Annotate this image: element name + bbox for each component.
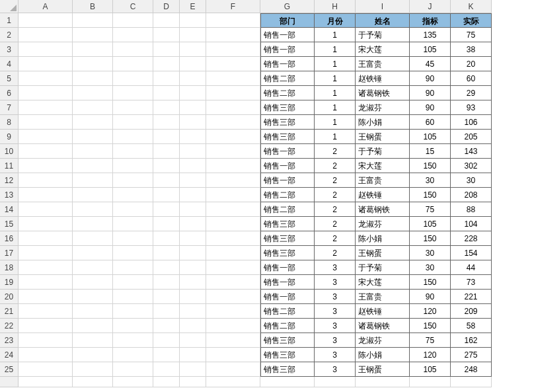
cell-empty[interactable] bbox=[73, 130, 113, 144]
table-cell[interactable]: 29 bbox=[451, 86, 492, 100]
cell-empty[interactable] bbox=[206, 28, 260, 42]
cell-empty[interactable] bbox=[180, 188, 206, 202]
cell-empty[interactable] bbox=[180, 333, 206, 348]
table-cell[interactable]: 诸葛钢铁 bbox=[356, 202, 410, 217]
row-header[interactable]: 15 bbox=[0, 217, 19, 231]
table-cell[interactable]: 2 bbox=[315, 217, 356, 231]
table-cell[interactable]: 陈小娟 bbox=[356, 231, 410, 246]
table-cell[interactable]: 于予菊 bbox=[356, 144, 410, 159]
cell-empty[interactable] bbox=[206, 319, 260, 333]
cell-empty[interactable] bbox=[180, 348, 206, 362]
table-header-actual[interactable]: 实际 bbox=[451, 13, 492, 28]
cell-empty[interactable] bbox=[73, 231, 113, 246]
table-cell[interactable]: 75 bbox=[410, 333, 451, 348]
table-cell[interactable]: 销售一部 bbox=[260, 290, 315, 304]
table-cell[interactable]: 104 bbox=[451, 217, 492, 231]
cell-empty[interactable] bbox=[73, 202, 113, 217]
cell-empty[interactable] bbox=[113, 246, 153, 260]
table-cell[interactable]: 于予菊 bbox=[356, 28, 410, 42]
cell-empty[interactable] bbox=[19, 28, 73, 42]
table-cell[interactable]: 销售三部 bbox=[260, 100, 315, 115]
table-cell[interactable]: 赵铁锤 bbox=[356, 71, 410, 86]
cell-empty[interactable] bbox=[19, 246, 73, 260]
cell-empty[interactable] bbox=[113, 290, 153, 304]
table-cell[interactable]: 销售二部 bbox=[260, 202, 315, 217]
table-cell[interactable]: 90 bbox=[410, 86, 451, 100]
cell-empty[interactable] bbox=[410, 377, 451, 387]
cell-empty[interactable] bbox=[19, 290, 73, 304]
cell-empty[interactable] bbox=[113, 202, 153, 217]
table-cell[interactable]: 150 bbox=[410, 275, 451, 290]
row-header[interactable]: 19 bbox=[0, 275, 19, 290]
cell-empty[interactable] bbox=[180, 202, 206, 217]
row-header[interactable]: 16 bbox=[0, 231, 19, 246]
table-cell[interactable]: 90 bbox=[410, 290, 451, 304]
table-cell[interactable]: 90 bbox=[410, 71, 451, 86]
cell-empty[interactable] bbox=[153, 100, 180, 115]
table-cell[interactable]: 150 bbox=[410, 188, 451, 202]
column-header[interactable]: H bbox=[315, 0, 356, 13]
cell-empty[interactable] bbox=[180, 173, 206, 188]
column-header[interactable]: E bbox=[180, 0, 206, 13]
cell-empty[interactable] bbox=[19, 144, 73, 159]
cell-empty[interactable] bbox=[19, 188, 73, 202]
row-header[interactable]: 1 bbox=[0, 13, 19, 28]
cell-empty[interactable] bbox=[206, 304, 260, 319]
cell-empty[interactable] bbox=[206, 231, 260, 246]
cell-empty[interactable] bbox=[206, 159, 260, 173]
table-cell[interactable]: 30 bbox=[410, 173, 451, 188]
cell-empty[interactable] bbox=[113, 130, 153, 144]
cell-empty[interactable] bbox=[19, 173, 73, 188]
cell-empty[interactable] bbox=[180, 290, 206, 304]
table-cell[interactable]: 3 bbox=[315, 290, 356, 304]
table-cell[interactable]: 诸葛钢铁 bbox=[356, 86, 410, 100]
table-cell[interactable]: 销售一部 bbox=[260, 28, 315, 42]
cell-empty[interactable] bbox=[206, 217, 260, 231]
table-cell[interactable]: 龙淑芬 bbox=[356, 100, 410, 115]
table-cell[interactable]: 销售一部 bbox=[260, 57, 315, 71]
table-cell[interactable]: 销售二部 bbox=[260, 304, 315, 319]
cell-empty[interactable] bbox=[206, 115, 260, 130]
cell-empty[interactable] bbox=[73, 275, 113, 290]
cell-empty[interactable] bbox=[180, 115, 206, 130]
cell-empty[interactable] bbox=[180, 159, 206, 173]
cell-empty[interactable] bbox=[113, 231, 153, 246]
table-cell[interactable]: 60 bbox=[410, 115, 451, 130]
cell-empty[interactable] bbox=[113, 159, 153, 173]
table-cell[interactable]: 3 bbox=[315, 362, 356, 377]
table-cell[interactable]: 20 bbox=[451, 57, 492, 71]
cell-empty[interactable] bbox=[206, 57, 260, 71]
table-cell[interactable]: 2 bbox=[315, 231, 356, 246]
table-cell[interactable]: 3 bbox=[315, 348, 356, 362]
cell-empty[interactable] bbox=[153, 275, 180, 290]
cell-empty[interactable] bbox=[206, 246, 260, 260]
table-cell[interactable]: 销售三部 bbox=[260, 333, 315, 348]
column-header[interactable]: F bbox=[206, 0, 260, 13]
table-cell[interactable]: 1 bbox=[315, 86, 356, 100]
table-cell[interactable]: 30 bbox=[410, 246, 451, 260]
table-cell[interactable]: 150 bbox=[410, 319, 451, 333]
row-header[interactable]: 22 bbox=[0, 319, 19, 333]
cell-empty[interactable] bbox=[19, 57, 73, 71]
cell-empty[interactable] bbox=[180, 42, 206, 57]
cell-empty[interactable] bbox=[180, 246, 206, 260]
row-header[interactable]: 12 bbox=[0, 173, 19, 188]
cell-empty[interactable] bbox=[206, 100, 260, 115]
cell-empty[interactable] bbox=[153, 362, 180, 377]
cell-empty[interactable] bbox=[19, 86, 73, 100]
cell-empty[interactable] bbox=[73, 71, 113, 86]
table-cell[interactable]: 44 bbox=[451, 260, 492, 275]
cell-empty[interactable] bbox=[206, 275, 260, 290]
cell-empty[interactable] bbox=[113, 57, 153, 71]
cell-empty[interactable] bbox=[180, 130, 206, 144]
table-cell[interactable]: 2 bbox=[315, 159, 356, 173]
row-header[interactable]: 18 bbox=[0, 260, 19, 275]
table-cell[interactable]: 销售三部 bbox=[260, 246, 315, 260]
row-header[interactable]: 6 bbox=[0, 86, 19, 100]
table-cell[interactable]: 154 bbox=[451, 246, 492, 260]
table-cell[interactable]: 王富贵 bbox=[356, 173, 410, 188]
cell-empty[interactable] bbox=[73, 57, 113, 71]
table-cell[interactable]: 销售三部 bbox=[260, 348, 315, 362]
cell-empty[interactable] bbox=[180, 377, 206, 387]
column-header[interactable]: I bbox=[356, 0, 410, 13]
